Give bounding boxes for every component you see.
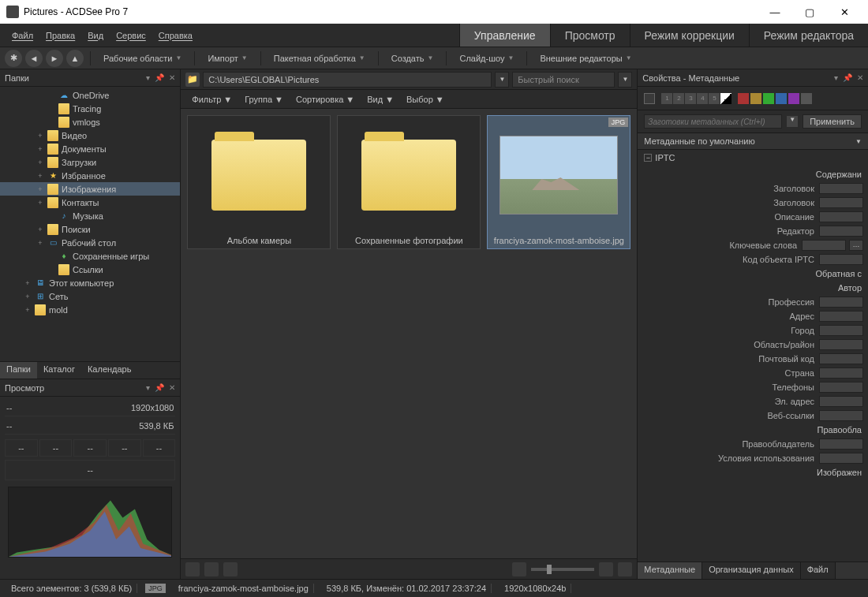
tree-item[interactable]: +mold [0, 303, 180, 316]
tree-item[interactable]: ♪Музыка [0, 209, 180, 222]
menu-service[interactable]: Сервис [110, 28, 152, 43]
metadata-default-dropdown[interactable]: Метаданные по умолчанию▼ [638, 132, 868, 150]
tree-item[interactable]: ♦Сохраненные игры [0, 249, 180, 263]
metadata-input[interactable] [819, 226, 863, 237]
nav-back-icon[interactable]: ◄ [25, 50, 43, 67]
nav-up-icon[interactable]: ▲ [66, 50, 84, 67]
filter-dropdown[interactable]: Фильтр▼ [187, 93, 237, 106]
rotate-left-icon[interactable] [185, 562, 200, 576]
toolbar-workspaces[interactable]: Рабочие области▼ [97, 51, 188, 65]
view-dropdown[interactable]: Вид▼ [362, 93, 398, 106]
panel-menu-icon[interactable]: ▾ [146, 73, 150, 82]
menu-file[interactable]: Файл [6, 28, 39, 43]
tree-item[interactable]: ☁OneDrive [0, 88, 180, 102]
metadata-input[interactable] [819, 339, 863, 350]
metadata-input[interactable] [819, 382, 863, 393]
tool-icon[interactable] [223, 562, 238, 576]
rating-3[interactable]: 3 [685, 93, 696, 104]
panel-close-icon[interactable]: ✕ [169, 73, 175, 82]
tree-item[interactable]: +🖥Этот компьютер [0, 276, 180, 289]
metadata-input[interactable] [819, 311, 863, 322]
mode-manage[interactable]: Управление [459, 24, 550, 47]
tree-item[interactable]: +Поиски [0, 222, 180, 236]
zoom-in-icon[interactable] [599, 562, 613, 576]
color-purple[interactable] [788, 93, 799, 104]
nav-forward-icon[interactable]: ► [46, 50, 63, 67]
thumb-image-selected[interactable]: JPG franciya-zamok-most-amboise.jpg [487, 115, 630, 249]
toolbar-import[interactable]: Импорт▼ [201, 51, 253, 65]
tree-item[interactable]: +Видео [0, 129, 180, 142]
menu-help[interactable]: Справка [153, 28, 198, 43]
mode-correction[interactable]: Режим коррекции [630, 24, 749, 47]
toolbar-batch[interactable]: Пакетная обработка▼ [268, 51, 372, 65]
metadata-input[interactable] [819, 254, 863, 265]
metadata-input[interactable] [819, 353, 863, 364]
tree-item[interactable]: Tracing [0, 102, 180, 115]
tree-item[interactable]: +Документы [0, 142, 180, 155]
rating-1[interactable]: 1 [661, 93, 672, 104]
more-button[interactable]: … [849, 240, 863, 251]
thumbnail-grid[interactable]: Альбом камеры Сохраненные фотографии JPG… [181, 109, 637, 558]
zoom-out-icon[interactable] [512, 562, 526, 576]
select-dropdown[interactable]: Выбор▼ [402, 93, 449, 106]
preset-dropdown-icon[interactable]: ▼ [787, 116, 798, 127]
tree-item[interactable]: +★Избранное [0, 169, 180, 182]
rating-clear[interactable] [720, 93, 731, 104]
metadata-input[interactable] [819, 396, 863, 407]
color-orange[interactable] [750, 93, 761, 104]
rating-2[interactable]: 2 [673, 93, 684, 104]
metadata-input[interactable] [819, 453, 863, 464]
thumb-folder-album[interactable]: Альбом камеры [187, 115, 331, 249]
tree-item[interactable]: +Контакты [0, 196, 180, 209]
search-dropdown-icon[interactable]: ▼ [618, 72, 632, 88]
tree-item[interactable]: Ссылки [0, 263, 180, 276]
metadata-input[interactable] [819, 197, 863, 208]
close-button[interactable]: ✕ [827, 0, 862, 24]
color-red[interactable] [738, 93, 749, 104]
metadata-input[interactable] [819, 368, 863, 379]
tab-file[interactable]: Файл [801, 562, 836, 579]
thumb-folder-saved[interactable]: Сохраненные фотографии [337, 115, 481, 249]
toolbar-create[interactable]: Создать▼ [385, 51, 440, 65]
tree-item[interactable]: +▭Рабочий стол [0, 236, 180, 249]
maximize-button[interactable]: ▢ [792, 0, 827, 24]
mode-view[interactable]: Просмотр [550, 24, 630, 47]
path-dropdown-icon[interactable]: ▼ [495, 72, 509, 88]
quick-search-input[interactable]: Быстрый поиск [512, 72, 615, 88]
color-none[interactable] [801, 93, 812, 104]
tab-calendar[interactable]: Календарь [81, 362, 138, 379]
color-blue[interactable] [776, 93, 787, 104]
tree-item[interactable]: +Загрузки [0, 155, 180, 169]
tab-metadata[interactable]: Метаданные [638, 562, 702, 579]
path-input[interactable]: C:\Users\EGLOBAL\Pictures [203, 72, 492, 88]
metadata-preset-input[interactable] [644, 114, 782, 129]
metadata-input[interactable] [819, 410, 863, 421]
mode-editor[interactable]: Режим редактора [749, 24, 868, 47]
tree-item[interactable]: vmlogs [0, 115, 180, 129]
toolbar-slideshow[interactable]: Слайд-шоу▼ [453, 51, 520, 65]
tree-item[interactable]: +⊞Сеть [0, 289, 180, 303]
tab-organization[interactable]: Организация данных [702, 562, 801, 579]
metadata-input[interactable] [819, 438, 863, 450]
apply-button[interactable]: Применить [803, 114, 862, 129]
sort-dropdown[interactable]: Сортировка▼ [291, 93, 359, 106]
rating-5[interactable]: 5 [709, 93, 720, 104]
menu-edit[interactable]: Правка [40, 28, 80, 43]
tree-item[interactable]: +Изображения [0, 182, 180, 196]
folder-icon[interactable]: 📁 [185, 73, 200, 87]
metadata-input[interactable] [819, 297, 863, 308]
view-mode-icon[interactable] [618, 562, 632, 576]
folder-tree[interactable]: ☁OneDriveTracingvmlogs+Видео+Документы+З… [0, 87, 180, 361]
toolbar-external[interactable]: Внешние редакторы▼ [533, 51, 638, 65]
color-green[interactable] [763, 93, 774, 104]
metadata-input[interactable] [819, 183, 863, 194]
panel-pin-icon[interactable]: 📌 [155, 73, 164, 82]
tab-folders[interactable]: Папки [0, 362, 37, 379]
minimize-button[interactable]: — [758, 0, 792, 24]
metadata-input[interactable] [819, 325, 863, 336]
tag-checkbox[interactable] [644, 93, 655, 104]
rating-4[interactable]: 4 [697, 93, 708, 104]
zoom-slider[interactable] [531, 568, 594, 571]
menu-view[interactable]: Вид [82, 28, 109, 43]
collapse-icon[interactable]: − [644, 154, 652, 162]
